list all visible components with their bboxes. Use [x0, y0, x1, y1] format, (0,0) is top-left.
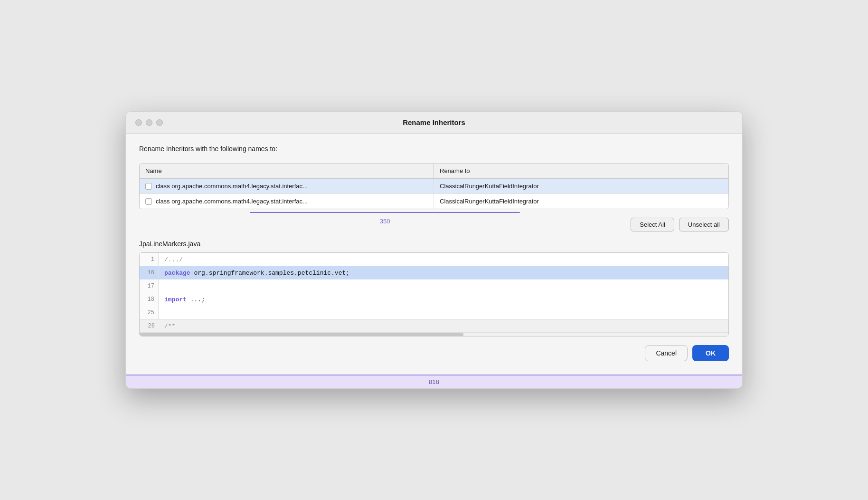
table-cell-name-1: class org.apache.commons.math4.legacy.st…	[140, 194, 434, 209]
scroll-position: 350	[139, 215, 631, 228]
code-content: import ...;	[159, 293, 211, 306]
code-content	[159, 279, 170, 293]
code-text: ...;	[190, 296, 205, 303]
code-text: org.springframework.samples.petclinic.ve…	[194, 269, 349, 277]
line-number-partial: 26	[140, 321, 159, 331]
line-number: 25	[140, 306, 159, 319]
bottom-bar: 818	[126, 375, 742, 388]
column-rename-header: Rename to	[434, 163, 728, 178]
line-number: 17	[140, 279, 159, 293]
table-action-buttons: Select All Unselect all	[631, 218, 729, 231]
code-text-partial: /**	[164, 323, 175, 330]
cancel-button[interactable]: Cancel	[645, 345, 688, 361]
line-number: 18	[140, 293, 159, 306]
table-header: Name Rename to	[140, 163, 728, 179]
traffic-lights	[135, 119, 163, 126]
table-cell-rename-0: ClassicalRungerKuttaFieldIntegrator	[434, 179, 728, 193]
code-text: /.../	[164, 256, 187, 263]
table-row[interactable]: class org.apache.commons.math4.legacy.st…	[140, 179, 728, 194]
line-number: 1	[140, 253, 159, 266]
code-viewer: 1 /.../ 16 package org.springframework.s…	[139, 252, 729, 337]
code-line-18: 18 import ...;	[140, 293, 728, 306]
keyword-package: package	[164, 269, 190, 277]
scrollbar-thumb	[140, 333, 463, 337]
code-line-17: 17	[140, 279, 728, 293]
table-row[interactable]: class org.apache.commons.math4.legacy.st…	[140, 194, 728, 209]
file-label: JpaLineMarkers.java	[139, 240, 729, 248]
scroll-indicator-area: 350	[139, 212, 631, 228]
table-header-row: Rename Inheritors with the following nam…	[139, 145, 729, 158]
row-checkbox-0[interactable]	[145, 183, 152, 190]
column-name-header: Name	[140, 163, 434, 178]
rename-inheritors-dialog: Rename Inheritors Rename Inheritors with…	[125, 111, 743, 389]
window-title: Rename Inheritors	[403, 118, 465, 126]
line-number: 16	[140, 266, 159, 279]
table-cell-rename-1: ClassicalRungerKuttaFieldIntegrator	[434, 194, 728, 209]
inheritors-table: Name Rename to class org.apache.commons.…	[139, 163, 729, 209]
code-content: /.../	[159, 253, 192, 266]
code-line-16: 16 package org.springframework.samples.p…	[140, 266, 728, 279]
code-content	[159, 306, 170, 319]
dialog-content: Rename Inheritors with the following nam…	[126, 134, 742, 375]
select-all-button[interactable]: Select All	[631, 218, 674, 231]
bottom-scroll-number: 818	[429, 378, 439, 385]
code-content: package org.springframework.samples.petc…	[159, 266, 355, 279]
code-line-25: 25	[140, 306, 728, 319]
title-bar: Rename Inheritors	[126, 112, 742, 134]
close-button[interactable]	[135, 119, 142, 126]
code-line-1: 1 /.../	[140, 253, 728, 266]
maximize-button[interactable]	[156, 119, 163, 126]
row-checkbox-1[interactable]	[145, 198, 152, 205]
unselect-all-button[interactable]: Unselect all	[679, 218, 729, 231]
dialog-action-buttons: Cancel OK	[139, 337, 729, 363]
minimize-button[interactable]	[146, 119, 152, 126]
code-horizontal-scrollbar[interactable]	[140, 332, 728, 336]
section-label: Rename Inheritors with the following nam…	[139, 145, 277, 153]
ok-button[interactable]: OK	[692, 345, 729, 361]
table-cell-name-0: class org.apache.commons.math4.legacy.st…	[140, 179, 434, 193]
horizontal-scrollbar[interactable]	[250, 212, 520, 213]
keyword-import: import	[164, 296, 187, 303]
